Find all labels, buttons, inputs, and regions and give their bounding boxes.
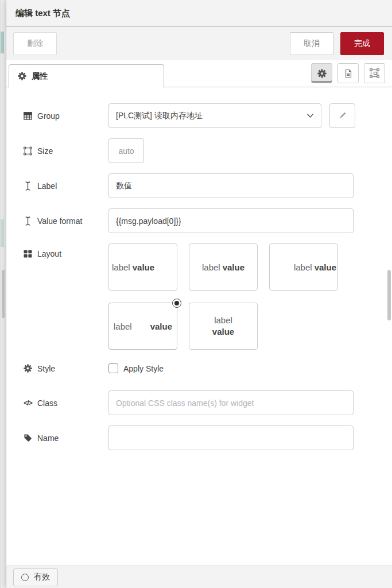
class-input[interactable]	[108, 390, 354, 415]
layout-options-row-2: label value label value	[108, 303, 338, 350]
group-select[interactable]: [PLC测试] 读取内存地址	[108, 103, 321, 128]
label-field-label: Label	[37, 181, 57, 191]
tab-properties[interactable]: 属性	[9, 64, 164, 88]
label-input[interactable]	[108, 173, 354, 198]
value-format-label-wrap: Value format	[24, 216, 108, 226]
editor-tab-bar: 属性	[6, 60, 392, 87]
table-icon	[24, 112, 32, 120]
background-node-fragment	[1, 219, 4, 247]
layout-word-label: label	[214, 315, 232, 326]
chevron-down-icon	[306, 113, 314, 118]
layout-label-wrap: Layout	[24, 243, 108, 258]
node-properties-form: Group [PLC测试] 读取内存地址 Size	[6, 87, 392, 566]
group-selected-value: [PLC测试] 读取内存地址	[116, 111, 306, 121]
layout-word-label: label	[202, 262, 220, 272]
node-enabled-toggle[interactable]: 有效	[13, 568, 58, 586]
name-label: Name	[37, 434, 59, 443]
description-tab-button[interactable]	[337, 63, 359, 83]
dialog-title: 编辑 text 节点	[6, 0, 392, 27]
group-label: Group	[37, 111, 60, 121]
label-row: Label	[24, 173, 392, 198]
properties-tab-button[interactable]	[311, 63, 332, 83]
edit-node-dialog: 编辑 text 节点 删除 取消 完成 属性	[6, 0, 392, 588]
layout-options-row-1: label value label value label value	[108, 243, 338, 291]
apply-style-checkbox[interactable]	[108, 363, 118, 373]
layout-option-spread-selected[interactable]: label value	[108, 303, 177, 350]
enabled-label: 有效	[34, 572, 50, 582]
appearance-tab-button[interactable]	[364, 63, 385, 83]
value-format-label: Value format	[37, 216, 82, 226]
done-button[interactable]: 完成	[340, 32, 384, 55]
layout-options: label value label value label value labe…	[108, 243, 338, 350]
delete-button[interactable]: 删除	[13, 32, 57, 55]
class-label: Class	[37, 399, 57, 408]
th-large-icon	[24, 250, 32, 258]
group-label-wrap: Group	[24, 111, 108, 121]
form-scrollbar[interactable]	[387, 270, 391, 320]
size-row: Size auto	[24, 138, 392, 163]
label-label-wrap: Label	[24, 181, 108, 191]
object-group-icon	[370, 68, 379, 78]
size-label: Size	[37, 146, 53, 156]
gear-icon	[317, 69, 327, 78]
layout-option-stacked[interactable]: label value	[189, 303, 258, 350]
layout-word-value: value	[212, 326, 234, 338]
apply-style-wrap: Apply Style	[108, 363, 164, 373]
dialog-footer: 有效	[6, 566, 392, 588]
i-cursor-icon	[24, 216, 32, 226]
layout-word-label: label	[294, 262, 312, 272]
object-group-icon	[24, 146, 32, 156]
size-auto-button[interactable]: auto	[108, 138, 144, 163]
name-label-wrap: Name	[24, 434, 108, 443]
layout-option-center[interactable]: label value	[189, 243, 258, 291]
tab-properties-label: 属性	[32, 71, 48, 82]
value-format-input[interactable]	[108, 208, 354, 233]
i-cursor-icon	[24, 181, 32, 191]
document-icon	[344, 69, 353, 78]
name-input[interactable]	[108, 425, 354, 450]
layout-label: Layout	[37, 249, 61, 258]
selected-radio-indicator[interactable]	[172, 299, 181, 308]
value-format-row: Value format	[24, 208, 392, 233]
apply-style-label: Apply Style	[123, 364, 164, 373]
group-row: Group [PLC测试] 读取内存地址	[24, 103, 392, 128]
gear-icon	[24, 364, 32, 373]
size-label-wrap: Size	[24, 146, 108, 156]
layout-row: Layout label value label value label val…	[24, 243, 392, 350]
code-icon: </>	[24, 399, 32, 407]
tag-icon	[24, 434, 32, 442]
status-circle-icon	[21, 574, 29, 581]
layout-word-value: value	[315, 262, 336, 272]
class-label-wrap: </> Class	[24, 399, 108, 408]
tab-icon-buttons	[311, 63, 385, 83]
background-editor-strip	[0, 0, 6, 588]
gear-icon	[18, 72, 26, 80]
style-row: Style Apply Style	[24, 363, 392, 373]
dialog-toolbar: 删除 取消 完成	[6, 27, 392, 60]
style-label-wrap: Style	[24, 364, 108, 373]
background-scrollbar[interactable]	[2, 270, 5, 318]
background-node-fragment	[1, 32, 4, 53]
class-row: </> Class	[24, 390, 392, 415]
name-row: Name	[24, 425, 392, 450]
style-label: Style	[37, 364, 55, 373]
layout-word-label: label	[112, 262, 130, 272]
pencil-icon	[338, 111, 347, 120]
cancel-button[interactable]: 取消	[290, 32, 333, 55]
layout-word-value: value	[223, 262, 244, 272]
layout-option-right[interactable]: label value	[269, 243, 338, 291]
layout-word-label: label	[114, 322, 132, 331]
layout-word-value: value	[133, 262, 154, 272]
edit-group-button[interactable]	[329, 103, 355, 128]
layout-word-value: value	[150, 322, 172, 331]
layout-option-left[interactable]: label value	[108, 243, 177, 291]
